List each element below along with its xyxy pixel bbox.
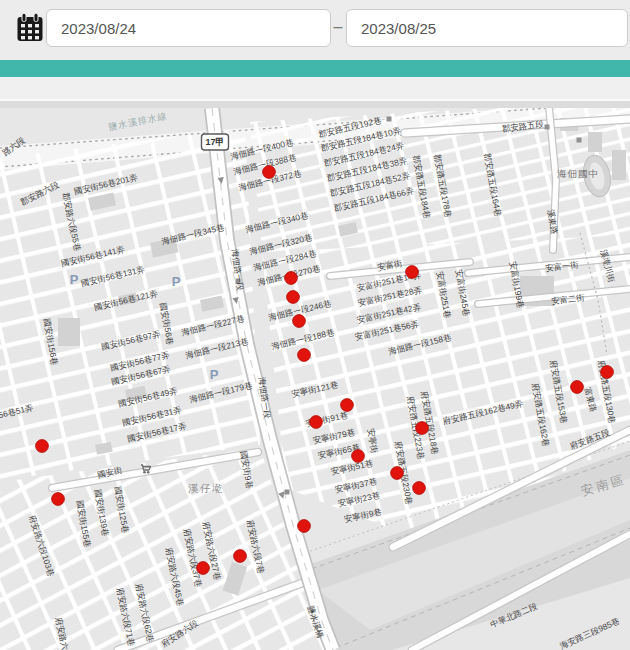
incident-marker[interactable] bbox=[310, 416, 323, 429]
school-label: 海佃國中 bbox=[557, 168, 599, 179]
incident-marker[interactable] bbox=[36, 440, 49, 453]
incident-marker[interactable] bbox=[416, 422, 429, 435]
incident-marker[interactable] bbox=[263, 166, 276, 179]
toolbar-strip bbox=[0, 77, 630, 101]
date-to-input[interactable] bbox=[346, 9, 628, 47]
incident-marker[interactable] bbox=[341, 399, 354, 412]
parking-icon: P bbox=[70, 272, 79, 287]
incident-marker[interactable] bbox=[571, 381, 584, 394]
incident-marker[interactable] bbox=[293, 315, 306, 328]
street-map[interactable]: 17甲 PPP 鹽水溪排水線路六段郡安路六段國安街56巷201弄郡安路六段55巷… bbox=[0, 108, 630, 650]
date-range-separator: – bbox=[331, 18, 345, 36]
calendar-icon[interactable] bbox=[16, 13, 44, 43]
route-shield-label: 17甲 bbox=[205, 137, 224, 147]
incident-marker[interactable] bbox=[406, 266, 419, 279]
incident-marker[interactable] bbox=[234, 550, 247, 563]
incident-marker[interactable] bbox=[285, 272, 298, 285]
incident-marker[interactable] bbox=[352, 450, 365, 463]
incident-marker[interactable] bbox=[413, 482, 426, 495]
parking-icon: P bbox=[210, 367, 219, 382]
incident-marker[interactable] bbox=[287, 291, 300, 304]
map-container[interactable]: 17甲 PPP 鹽水溪排水線路六段郡安路六段國安街56巷201弄郡安路六段55巷… bbox=[0, 108, 630, 650]
incident-marker[interactable] bbox=[197, 562, 210, 575]
parking-icon: P bbox=[172, 274, 181, 289]
incident-marker[interactable] bbox=[52, 493, 65, 506]
incident-marker[interactable] bbox=[298, 520, 311, 533]
app-window: – bbox=[0, 0, 630, 650]
place-label: 溪仔墘 bbox=[188, 482, 224, 494]
incident-marker[interactable] bbox=[601, 366, 614, 379]
accent-bar bbox=[0, 60, 630, 77]
incident-marker[interactable] bbox=[298, 349, 311, 362]
date-from-input[interactable] bbox=[46, 9, 331, 47]
date-toolbar: – bbox=[0, 0, 630, 60]
route-shield: 17甲 bbox=[202, 134, 229, 150]
incident-marker[interactable] bbox=[391, 467, 404, 480]
